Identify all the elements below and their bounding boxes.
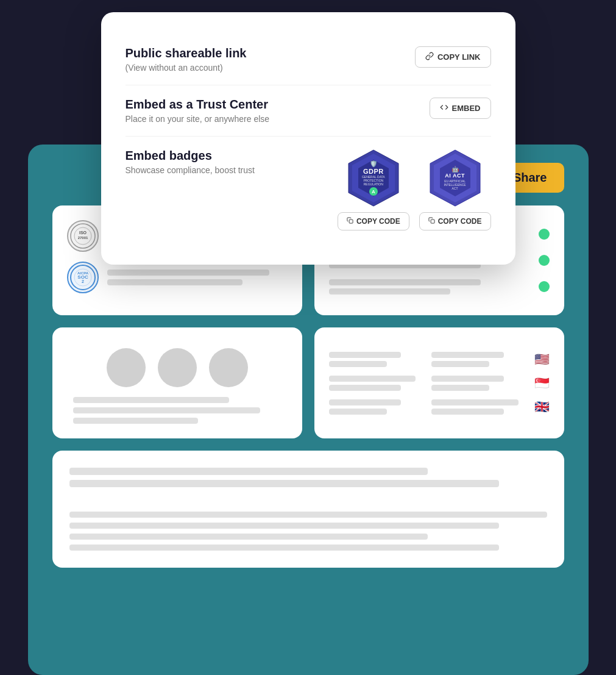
skeleton bbox=[431, 385, 489, 391]
embed-badges-subtitle: Showcase compliance, boost trust bbox=[126, 165, 255, 175]
gdpr-hex-badge: 🛡️ GDPR GENERAL DATAPROTECTIONREGULATION… bbox=[347, 149, 400, 207]
cert-row-soc: AICPA SOC 2 bbox=[67, 262, 288, 293]
region-row-2: 🇸🇬 bbox=[329, 376, 550, 391]
share-label: Share bbox=[513, 171, 547, 185]
gdpr-copy-label: COPY CODE bbox=[356, 217, 400, 226]
skeleton bbox=[329, 409, 387, 415]
embed-trust-text: Embed as a Trust Center Place it on your… bbox=[126, 98, 270, 124]
skeleton bbox=[73, 397, 230, 403]
flag-us: 🇺🇸 bbox=[534, 352, 550, 366]
gdpr-sub: GENERAL DATAPROTECTIONREGULATION bbox=[362, 175, 385, 186]
avatar-1 bbox=[107, 348, 146, 387]
skeleton bbox=[329, 352, 402, 358]
embed-trust-header: Embed as a Trust Center Place it on your… bbox=[126, 98, 491, 124]
soc-badge: AICPA SOC 2 bbox=[67, 262, 99, 293]
ai-act-badge-item: 🤖 AI ACT EU ARTIFICIALINTELLIGENCEACT CO… bbox=[419, 149, 491, 230]
public-link-section: Public shareable link (View without an a… bbox=[126, 34, 491, 85]
flag-gb: 🇬🇧 bbox=[534, 399, 550, 414]
ai-act-copy-label: COPY CODE bbox=[438, 217, 482, 226]
skeleton bbox=[431, 352, 504, 358]
gdpr-copy-code-button[interactable]: COPY CODE bbox=[338, 212, 409, 230]
avatar-row bbox=[67, 342, 288, 387]
skeleton bbox=[107, 270, 269, 276]
embed-badges-section: Embed badges Showcase compliance, boost … bbox=[126, 137, 491, 243]
svg-text:ISO: ISO bbox=[79, 230, 87, 235]
embed-trust-title: Embed as a Trust Center bbox=[126, 98, 270, 112]
embed-badges-text: Embed badges Showcase compliance, boost … bbox=[126, 149, 255, 175]
copy-link-button[interactable]: COPY LINK bbox=[415, 46, 491, 68]
ai-act-copy-code-button[interactable]: COPY CODE bbox=[419, 212, 491, 230]
skeleton bbox=[329, 361, 387, 367]
skeleton bbox=[73, 418, 198, 424]
ai-act-title: AI ACT bbox=[444, 173, 466, 179]
copy-icon-ai bbox=[428, 217, 435, 226]
skeleton bbox=[69, 512, 547, 518]
skeleton bbox=[73, 407, 261, 413]
svg-rect-21 bbox=[431, 220, 434, 223]
skeleton bbox=[69, 534, 428, 540]
skeleton bbox=[329, 385, 402, 391]
skeleton bbox=[431, 376, 504, 382]
ai-icon: 🤖 bbox=[444, 166, 466, 173]
status-dot-3 bbox=[539, 281, 550, 292]
skeleton bbox=[329, 376, 416, 382]
embed-label: EMBED bbox=[452, 104, 481, 113]
skeleton bbox=[431, 361, 489, 367]
embed-trust-subtitle: Place it on your site, or anywhere else bbox=[126, 114, 270, 124]
link-icon bbox=[425, 52, 434, 62]
code-icon bbox=[440, 103, 448, 113]
team-card bbox=[52, 327, 302, 438]
avatar-2 bbox=[158, 348, 197, 387]
embed-button[interactable]: EMBED bbox=[430, 98, 491, 119]
iso-badge: ISO 27001 bbox=[67, 220, 99, 252]
gdpr-title: GDPR bbox=[362, 168, 385, 175]
share-popup: Public shareable link (View without an a… bbox=[101, 12, 515, 265]
ai-act-sub: EU ARTIFICIALINTELLIGENCEACT bbox=[444, 179, 466, 190]
public-link-header: Public shareable link (View without an a… bbox=[126, 46, 491, 73]
flag-sg: 🇸🇬 bbox=[534, 376, 550, 390]
skeleton bbox=[69, 480, 500, 487]
skeleton bbox=[329, 288, 450, 295]
skeleton bbox=[69, 468, 428, 475]
skeleton bbox=[329, 279, 481, 285]
embed-badges-title: Embed badges bbox=[126, 149, 255, 163]
skeleton bbox=[431, 399, 519, 405]
avatar-3 bbox=[209, 348, 248, 387]
region-row-1: 🇺🇸 bbox=[329, 352, 550, 367]
status-dot-2 bbox=[539, 255, 550, 266]
skeleton bbox=[329, 399, 402, 405]
copy-link-label: COPY LINK bbox=[437, 52, 481, 62]
copy-icon-gdpr bbox=[347, 217, 353, 226]
embed-trust-section: Embed as a Trust Center Place it on your… bbox=[126, 85, 491, 137]
region-row-3: 🇬🇧 bbox=[329, 399, 550, 415]
gdpr-grade: A bbox=[369, 187, 378, 196]
badges-container: 🛡️ GDPR GENERAL DATAPROTECTIONREGULATION… bbox=[338, 149, 491, 230]
skeleton bbox=[69, 545, 500, 551]
skeleton bbox=[431, 409, 504, 415]
gdpr-badge-item: 🛡️ GDPR GENERAL DATAPROTECTIONREGULATION… bbox=[338, 149, 409, 230]
public-link-title: Public shareable link bbox=[126, 46, 247, 60]
status-row-3 bbox=[329, 279, 550, 295]
text-content-card bbox=[52, 451, 564, 568]
public-link-text: Public shareable link (View without an a… bbox=[126, 46, 247, 73]
svg-text:2: 2 bbox=[82, 279, 84, 284]
svg-text:27001: 27001 bbox=[77, 236, 88, 240]
ai-act-hex-badge: 🤖 AI ACT EU ARTIFICIALINTELLIGENCEACT bbox=[429, 149, 481, 207]
status-dot-1 bbox=[539, 229, 550, 240]
svg-rect-17 bbox=[349, 220, 353, 223]
skeleton bbox=[69, 523, 500, 529]
public-link-subtitle: (View without an account) bbox=[126, 63, 247, 73]
region-card: 🇺🇸 🇸🇬 bbox=[314, 327, 564, 438]
gdpr-icon: 🛡️ bbox=[362, 160, 385, 167]
skeleton bbox=[107, 279, 243, 285]
